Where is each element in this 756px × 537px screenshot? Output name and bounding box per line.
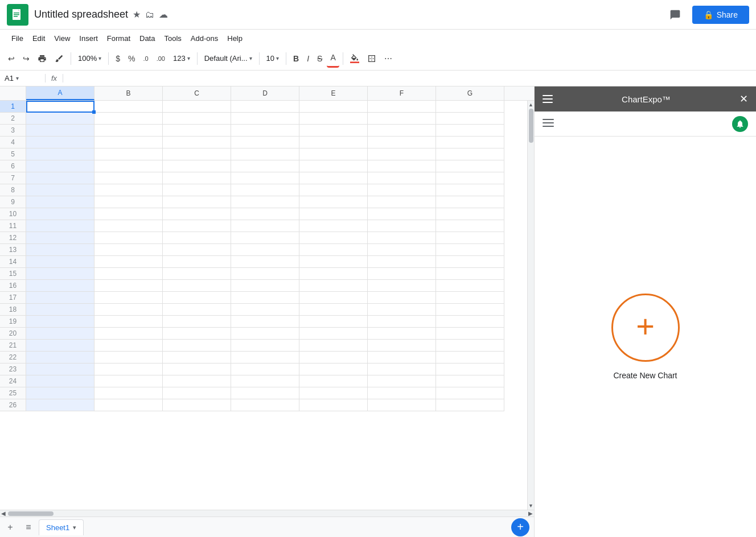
grid-cell[interactable]: [231, 363, 299, 375]
grid-cell[interactable]: [163, 340, 231, 352]
menu-help[interactable]: Help: [223, 32, 247, 45]
grid-cell[interactable]: [436, 292, 504, 304]
grid-cell[interactable]: [436, 399, 504, 411]
fontsize-dropdown[interactable]: 10 ▾: [263, 49, 282, 68]
grid-cell[interactable]: [163, 232, 231, 244]
grid-cell[interactable]: [436, 184, 504, 196]
undo-button[interactable]: ↩: [5, 49, 18, 68]
grid-cell[interactable]: [436, 113, 504, 125]
grid-cell[interactable]: [299, 340, 368, 352]
drive-icon[interactable]: 🗂: [145, 10, 154, 20]
col-header-d[interactable]: D: [231, 86, 299, 100]
menu-addons[interactable]: Add-ons: [186, 32, 223, 45]
grid-cell[interactable]: [299, 184, 368, 196]
row-number[interactable]: 23: [0, 363, 26, 375]
col-header-a[interactable]: A: [26, 86, 94, 100]
grid-cell[interactable]: [436, 160, 504, 172]
grid-cell[interactable]: [368, 232, 436, 244]
grid-cell[interactable]: [26, 232, 94, 244]
grid-cell[interactable]: [163, 352, 231, 363]
grid-cell[interactable]: [26, 352, 94, 363]
grid-cell[interactable]: [163, 328, 231, 340]
grid-cell[interactable]: [231, 340, 299, 352]
grid-cell[interactable]: [299, 387, 368, 399]
grid-cell[interactable]: [26, 399, 94, 411]
cloud-icon[interactable]: ☁: [159, 9, 168, 20]
row-number[interactable]: 3: [0, 125, 26, 137]
row-number[interactable]: 5: [0, 148, 26, 160]
percent-button[interactable]: %: [125, 49, 138, 68]
grid-cell[interactable]: [436, 172, 504, 184]
grid-cell[interactable]: [231, 292, 299, 304]
grid-cell[interactable]: [436, 232, 504, 244]
grid-cell[interactable]: [163, 363, 231, 375]
grid-cell[interactable]: [26, 340, 94, 352]
grid-cell[interactable]: [26, 256, 94, 268]
grid-cell[interactable]: [26, 113, 94, 125]
grid-cell[interactable]: [436, 328, 504, 340]
row-number[interactable]: 8: [0, 184, 26, 196]
grid-cell[interactable]: [368, 196, 436, 208]
grid-cell[interactable]: [436, 137, 504, 148]
grid-cell[interactable]: [94, 268, 163, 280]
grid-cell[interactable]: [231, 256, 299, 268]
row-number[interactable]: 26: [0, 399, 26, 411]
grid-cell[interactable]: [436, 340, 504, 352]
col-header-b[interactable]: B: [94, 86, 163, 100]
grid-cell[interactable]: [368, 172, 436, 184]
grid-cell[interactable]: [26, 292, 94, 304]
grid-cell[interactable]: [368, 352, 436, 363]
row-number[interactable]: 4: [0, 137, 26, 148]
star-icon[interactable]: ★: [133, 9, 141, 20]
row-number[interactable]: 15: [0, 268, 26, 280]
dec-increase-button[interactable]: .00: [153, 49, 169, 68]
sheet-tab-sheet1[interactable]: Sheet1 ▾: [39, 519, 84, 535]
row-number[interactable]: 19: [0, 316, 26, 328]
grid-cell[interactable]: [231, 184, 299, 196]
grid-cell[interactable]: [26, 196, 94, 208]
grid-cell[interactable]: [436, 387, 504, 399]
scroll-left-arrow[interactable]: ◀: [0, 510, 7, 517]
grid-cell[interactable]: [163, 101, 231, 113]
grid-cell[interactable]: [231, 280, 299, 292]
grid-cell[interactable]: [231, 172, 299, 184]
fill-handle[interactable]: [92, 110, 96, 114]
grid-cell[interactable]: [94, 363, 163, 375]
grid-cell[interactable]: [299, 399, 368, 411]
horizontal-scrollbar-thumb[interactable]: [8, 511, 54, 516]
bold-button[interactable]: B: [290, 49, 302, 68]
grid-cell[interactable]: [163, 292, 231, 304]
col-header-e[interactable]: E: [299, 86, 368, 100]
grid-cell[interactable]: [26, 268, 94, 280]
grid-cell[interactable]: [231, 232, 299, 244]
grid-cell[interactable]: [26, 280, 94, 292]
grid-cell[interactable]: [299, 220, 368, 232]
row-number[interactable]: 20: [0, 328, 26, 340]
grid-cell[interactable]: [299, 232, 368, 244]
row-number[interactable]: 11: [0, 220, 26, 232]
grid-cell[interactable]: [94, 244, 163, 256]
grid-cell[interactable]: [436, 375, 504, 387]
row-number[interactable]: 13: [0, 244, 26, 256]
row-number[interactable]: 9: [0, 196, 26, 208]
grid-cell[interactable]: [163, 208, 231, 220]
grid-cell[interactable]: [163, 268, 231, 280]
paint-format-button[interactable]: [51, 49, 67, 68]
grid-cell[interactable]: [26, 125, 94, 137]
row-number[interactable]: 18: [0, 304, 26, 316]
panel-close-button[interactable]: ✕: [739, 93, 748, 105]
grid-cell[interactable]: [436, 196, 504, 208]
grid-cell[interactable]: [299, 363, 368, 375]
grid-cell[interactable]: [94, 292, 163, 304]
grid-cell[interactable]: [94, 387, 163, 399]
grid-cell[interactable]: [94, 399, 163, 411]
comment-button[interactable]: [665, 5, 685, 25]
grid-cell[interactable]: [231, 148, 299, 160]
grid-cell[interactable]: [299, 101, 368, 113]
italic-button[interactable]: I: [303, 49, 313, 68]
grid-cell[interactable]: [163, 184, 231, 196]
grid-cell[interactable]: [231, 220, 299, 232]
grid-cell[interactable]: [231, 268, 299, 280]
grid-cell[interactable]: [368, 220, 436, 232]
grid-cell[interactable]: [94, 184, 163, 196]
